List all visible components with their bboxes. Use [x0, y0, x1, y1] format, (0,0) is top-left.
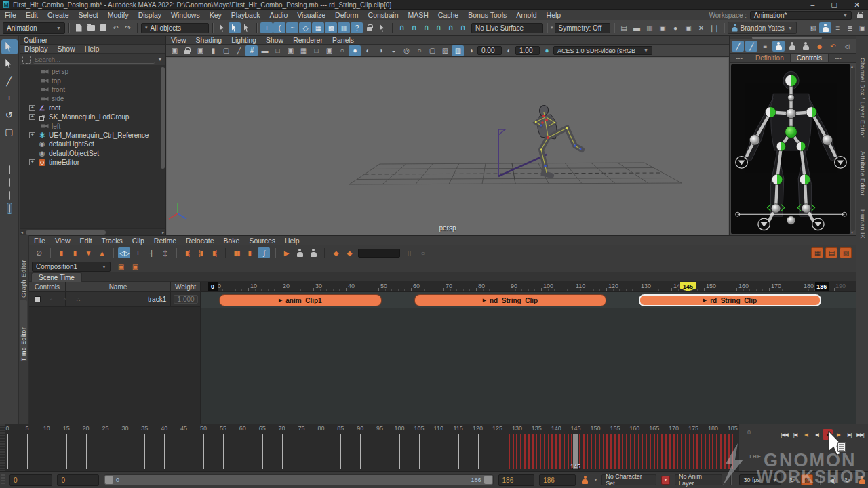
- track-row[interactable]: ◦▫∴ track1 1.000: [29, 292, 200, 307]
- time-slider-grip[interactable]: [0, 424, 5, 471]
- character-map[interactable]: [731, 64, 850, 234]
- animation-end-field[interactable]: 186: [539, 474, 576, 486]
- select-hierarchy-icon[interactable]: [216, 22, 229, 33]
- mask-joints-icon[interactable]: (: [273, 22, 285, 33]
- scale-tool-icon[interactable]: ▢: [1, 124, 18, 139]
- menu-help[interactable]: Help: [542, 10, 566, 20]
- outliner-item-SK_Mannequin_LodGroup[interactable]: +SK_Mannequin_LodGroup: [20, 113, 165, 121]
- outliner-item-defaultLightSet[interactable]: +◉defaultLightSet: [20, 140, 165, 148]
- time-editor-ruler[interactable]: 0102030405060708090100110120130140150160…: [201, 282, 856, 292]
- track-weight-field[interactable]: 1.000: [174, 295, 198, 304]
- clip-anim_Clip1[interactable]: ▶anim_Clip1: [219, 294, 382, 306]
- time-editor-menu-bake[interactable]: Bake: [219, 236, 245, 245]
- create-character-icon[interactable]: [294, 247, 306, 258]
- textured-icon[interactable]: ◐: [361, 45, 374, 56]
- add-clip-icon[interactable]: ▮: [55, 247, 67, 258]
- clip-rd_String_Clip[interactable]: ▶rd_String_Clip: [639, 294, 821, 306]
- character-set-icon[interactable]: [580, 474, 590, 485]
- render-view-icon[interactable]: ▤: [618, 22, 630, 33]
- highlight-selection-icon[interactable]: [376, 22, 389, 33]
- playback-end-field[interactable]: 186: [498, 474, 535, 486]
- time-editor-menu-retime[interactable]: Retime: [149, 236, 181, 245]
- single-pane-layout-button[interactable]: [7, 165, 12, 175]
- tab-human-ik[interactable]: Human IK: [859, 209, 866, 243]
- time-slider[interactable]: 0510152025303540455055606570758085909510…: [0, 424, 739, 471]
- select-object-icon[interactable]: [229, 22, 241, 33]
- xray-icon[interactable]: ▧: [439, 45, 451, 56]
- menu-constrain[interactable]: Constrain: [363, 10, 403, 20]
- render-sequence-icon[interactable]: ▣: [682, 22, 694, 33]
- edit-definition-icon[interactable]: ╱: [732, 41, 744, 52]
- select-tool-icon[interactable]: [1, 39, 18, 54]
- mask-misc-icon[interactable]: ?: [351, 22, 363, 33]
- hold-clip-icon[interactable]: ▮·: [244, 247, 256, 258]
- ghost-clip-icon[interactable]: ▯: [403, 247, 415, 258]
- modeling-toolkit-icon[interactable]: ▧: [807, 22, 819, 33]
- track-mute-icon[interactable]: ◦: [45, 294, 57, 305]
- paint-select-tool-icon[interactable]: ╱: [1, 73, 18, 88]
- isolate-select-icon[interactable]: ▢: [426, 45, 438, 56]
- menu-cache[interactable]: Cache: [433, 10, 463, 20]
- menu-bonus-tools[interactable]: Bonus Tools: [463, 10, 511, 20]
- wireframe-icon[interactable]: ○: [336, 45, 348, 56]
- range-end-handle[interactable]: [484, 476, 492, 484]
- expand-icon[interactable]: +: [29, 132, 35, 138]
- tab-definition[interactable]: Definition: [749, 54, 791, 62]
- open-scene-icon[interactable]: [85, 22, 97, 33]
- two-pane-layout-button[interactable]: [7, 190, 12, 201]
- outliner-vscrollbar[interactable]: [161, 67, 165, 169]
- four-pane-layout-button[interactable]: [7, 178, 12, 188]
- cut-icon[interactable]: ✕: [695, 22, 707, 33]
- menu-deform[interactable]: Deform: [330, 10, 363, 20]
- viewport-menu-view[interactable]: View: [166, 36, 191, 44]
- outliner-hscrollbar[interactable]: [26, 230, 106, 235]
- undo-icon[interactable]: ↶: [109, 22, 121, 33]
- trim-after-icon[interactable]: ▮¦: [208, 247, 220, 258]
- ambient-occlusion-icon[interactable]: ◎: [400, 45, 412, 56]
- add-clip-options-icon[interactable]: ▮: [68, 247, 81, 258]
- safe-title-icon[interactable]: ▣: [323, 45, 335, 56]
- snap-point-icon[interactable]: ∪: [420, 22, 433, 33]
- viewport-canvas[interactable]: persp: [166, 57, 729, 235]
- create-composition-icon[interactable]: ▣: [115, 261, 127, 272]
- resolution-gate-icon[interactable]: □: [271, 45, 283, 56]
- edit-custom-rig-icon[interactable]: ╱: [745, 41, 757, 52]
- select-component-icon[interactable]: [241, 22, 253, 33]
- outliner-item-top[interactable]: top: [20, 76, 165, 85]
- tab-scene-time[interactable]: Scene Time: [31, 272, 82, 282]
- lock-selection-icon[interactable]: [363, 22, 376, 33]
- range-start-marker[interactable]: 0: [208, 282, 218, 291]
- persp-time-editor-layout-button[interactable]: [7, 203, 12, 214]
- export-clip-icon[interactable]: ▼: [82, 247, 94, 258]
- clip-nd_String_Clip[interactable]: ▶nd_String_Clip: [414, 294, 606, 306]
- go-to-start-button[interactable]: |◀◀: [779, 429, 789, 440]
- ripple-edit-icon[interactable]: ◁▷: [118, 247, 130, 258]
- menu-create[interactable]: Create: [43, 10, 74, 20]
- import-animation-icon[interactable]: ▶: [280, 247, 292, 258]
- panel-hscrollbar[interactable]: [752, 37, 821, 39]
- move-clip-icon[interactable]: +: [132, 247, 144, 258]
- play-backwards-button[interactable]: ◀: [812, 429, 822, 440]
- menu-set-select[interactable]: Animation▼: [3, 22, 65, 34]
- step-back-frame-button[interactable]: |◀: [790, 429, 800, 440]
- rotate-tool-icon[interactable]: ↺: [1, 107, 18, 122]
- live-surface-field[interactable]: No Live Surface: [471, 23, 543, 33]
- redo-icon[interactable]: ↷: [121, 22, 134, 33]
- range-end-marker[interactable]: 186: [815, 282, 829, 291]
- track-color-swatch[interactable]: [31, 294, 43, 305]
- menu-visualize[interactable]: Visualize: [292, 10, 330, 20]
- tab-dashes-3[interactable]: ---: [829, 54, 848, 62]
- menu-mash[interactable]: MASH: [403, 10, 433, 20]
- tab-dashes-0[interactable]: ---: [730, 54, 749, 62]
- outliner-item-root[interactable]: +∠root: [20, 104, 165, 113]
- make-live-icon[interactable]: ∪: [457, 22, 469, 33]
- tab-attribute-editor[interactable]: Attribute Editor: [859, 151, 866, 205]
- menu-select[interactable]: Select: [74, 10, 103, 20]
- tab-controls[interactable]: Controls: [791, 54, 829, 62]
- grease-pencil-icon[interactable]: ╱: [233, 45, 245, 56]
- mute-solver-icon[interactable]: ◁: [840, 41, 852, 52]
- save-scene-icon[interactable]: [97, 22, 109, 33]
- exposure-icon[interactable]: ◑: [465, 45, 477, 56]
- safe-action-icon[interactable]: □: [310, 45, 322, 56]
- snap-curve-icon[interactable]: ∪: [408, 22, 420, 33]
